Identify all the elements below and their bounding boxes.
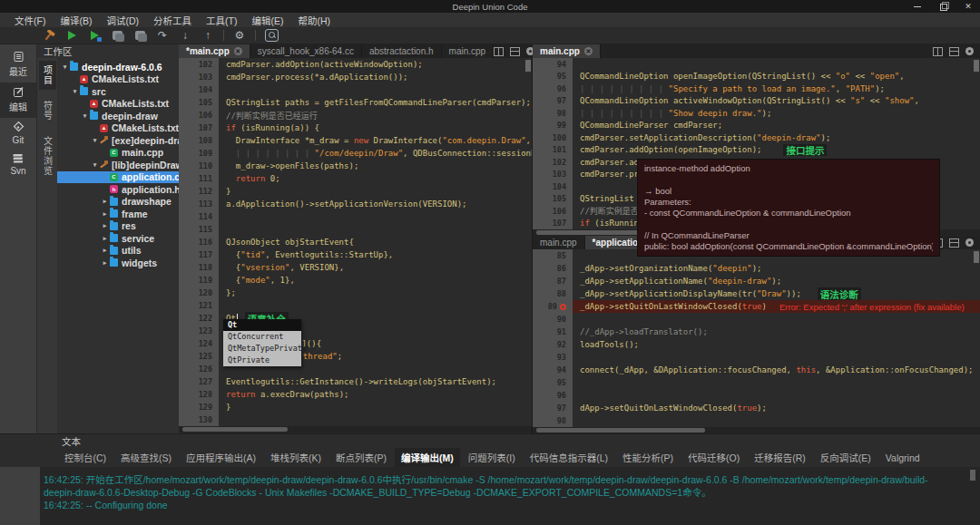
tree-item[interactable]: ▸frame [57, 208, 179, 220]
editor-tab[interactable]: main.cpp [533, 236, 585, 249]
line-number[interactable]: 116 [179, 236, 219, 248]
line-number[interactable]: 85 [533, 249, 573, 262]
line-number[interactable]: 106 [179, 109, 219, 122]
line-number[interactable]: 106 [533, 205, 573, 218]
tree-item[interactable]: ▸widgets [57, 257, 179, 269]
run-icon[interactable] [64, 29, 79, 42]
close-button[interactable]: ✕ [964, 2, 973, 11]
bottom-tab[interactable]: 编译输出(M) [395, 448, 460, 467]
line-number[interactable]: 102 [533, 156, 573, 169]
scrollbar-handle[interactable] [536, 428, 705, 433]
bottom-tab[interactable]: Valgrind [879, 450, 926, 466]
line-number[interactable]: 103 [179, 71, 219, 83]
activity-item-编辑[interactable]: 编辑 [0, 83, 36, 118]
line-number[interactable]: 89 [533, 300, 573, 313]
bottom-tab[interactable]: 堆栈列表(K) [264, 448, 328, 467]
bottom-tab[interactable]: 控制台(C) [58, 448, 113, 467]
line-number[interactable]: 114 [179, 210, 219, 223]
bottom-tab[interactable]: 断点列表(P) [329, 448, 393, 467]
line-number[interactable]: 122 [179, 312, 219, 325]
line-number[interactable]: 93 [533, 351, 573, 364]
line-number[interactable]: 119 [179, 274, 219, 287]
scrollbar-handle[interactable] [182, 427, 288, 432]
search-icon[interactable] [264, 29, 279, 42]
line-number[interactable]: 107 [179, 122, 219, 134]
process-attach-icon[interactable] [110, 29, 124, 42]
line-number[interactable]: 130 [179, 413, 219, 426]
tree-item[interactable]: ▸service [57, 232, 179, 245]
tree-item[interactable]: ▾deepin-draw [57, 110, 179, 122]
step-out-icon[interactable]: ↑ [201, 29, 215, 42]
workspace-tab-项目[interactable]: 项目 [39, 61, 56, 90]
expand-arrow-icon[interactable]: ▸ [101, 210, 109, 218]
line-number[interactable]: 96 [533, 389, 573, 402]
line-number[interactable]: 97 [533, 95, 573, 108]
line-number[interactable]: 123 [179, 325, 219, 337]
split-horizontal-icon[interactable] [949, 47, 959, 56]
line-number[interactable]: 94 [533, 58, 573, 71]
activity-item-Git[interactable]: Git [0, 118, 36, 150]
tab-close-icon[interactable]: ✕ [584, 47, 593, 55]
expand-arrow-icon[interactable]: ▸ [101, 222, 109, 229]
completion-item[interactable]: QtPrivate [223, 355, 301, 366]
line-number[interactable]: 121 [179, 299, 219, 312]
menu-item[interactable]: 编辑(E) [244, 14, 290, 27]
right-bottom-editor-code[interactable]: 8586_dApp->setOrganizationName("deepin")… [533, 249, 980, 427]
right-bottom-editor-hscrollbar[interactable] [533, 427, 980, 433]
bottom-tab[interactable]: 代码迁移(O) [681, 448, 746, 467]
bottom-tab[interactable]: 迁移报告(R) [748, 448, 812, 467]
left-editor-code[interactable]: 102cmdParser.addOption(activeWindowOptio… [179, 58, 532, 426]
menu-item[interactable]: 调试(D) [99, 14, 146, 27]
bottom-tab[interactable]: 问题列表(I) [462, 448, 522, 467]
line-number[interactable]: 105 [533, 193, 573, 206]
tree-item[interactable]: ▲CMakeLists.txt [57, 98, 179, 111]
completion-item[interactable]: QtConcurrent [223, 331, 301, 343]
tree-item[interactable]: happlication.h [57, 183, 179, 196]
tree-item[interactable]: ▸res [57, 220, 179, 233]
line-number[interactable]: 124 [179, 337, 219, 350]
step-into-icon[interactable]: ↓ [178, 29, 192, 42]
line-number[interactable]: 111 [179, 172, 219, 185]
tree-item[interactable]: ▾[exe]deepin-draw [57, 134, 179, 147]
workspace-tab-符号[interactable]: 符号 [39, 96, 56, 125]
completion-item[interactable]: QtMetaTypePrivate [223, 343, 301, 355]
tree-item[interactable]: Cmain.cpp [57, 147, 179, 160]
split-vertical-icon[interactable] [494, 47, 504, 56]
split-horizontal-icon[interactable] [949, 238, 959, 248]
expand-arrow-icon[interactable]: ▸ [101, 235, 109, 242]
line-number[interactable]: 118 [179, 261, 219, 274]
line-number[interactable]: 110 [179, 160, 219, 172]
editor-tab[interactable]: syscall_hook_x86-64.cc [250, 44, 362, 58]
line-number[interactable]: 98 [533, 414, 573, 427]
line-number[interactable]: 96 [533, 83, 573, 95]
split-vertical-icon[interactable] [933, 47, 943, 56]
line-number[interactable]: 86 [533, 262, 573, 275]
line-number[interactable]: 100 [533, 131, 573, 144]
editor-tab[interactable]: main.cpp [442, 44, 495, 58]
menu-item[interactable]: 编译(B) [53, 14, 99, 27]
bottom-tab[interactable]: 性能分析(P) [616, 448, 680, 467]
tree-item[interactable]: Capplication.cpp [57, 171, 179, 184]
settings-gear-icon[interactable]: ⚙ [232, 29, 247, 42]
right-bottom-editor-vscrollbar[interactable] [974, 251, 979, 263]
bottom-tab[interactable]: 反向调试(E) [814, 448, 877, 467]
line-number[interactable]: 112 [179, 185, 219, 198]
collapse-arrow-icon[interactable]: ▾ [81, 112, 89, 120]
line-number[interactable]: 105 [179, 96, 219, 109]
build-output-console[interactable]: 16:42:25: 开始在工作区/home/mozart/work/temp/d… [0, 467, 980, 525]
line-number[interactable]: 104 [533, 180, 573, 193]
tree-item[interactable]: ▸utils [57, 245, 179, 258]
bottom-tab[interactable]: 代码信息指示器(L) [524, 448, 614, 467]
expand-arrow-icon[interactable]: ▸ [101, 198, 109, 205]
line-number[interactable]: 108 [179, 134, 219, 147]
line-number[interactable]: 127 [179, 375, 219, 388]
line-number[interactable]: 94 [533, 364, 573, 376]
line-number[interactable]: 87 [533, 275, 573, 287]
editor-tab[interactable]: *main.cpp✕ [179, 44, 250, 58]
close-group-icon[interactable] [965, 47, 974, 55]
expand-arrow-icon[interactable]: ▸ [101, 247, 109, 254]
line-number[interactable]: 113 [179, 198, 219, 210]
line-number[interactable]: 129 [179, 401, 219, 413]
step-over-icon[interactable]: ↷ [155, 29, 170, 42]
line-number[interactable]: 98 [533, 107, 573, 120]
